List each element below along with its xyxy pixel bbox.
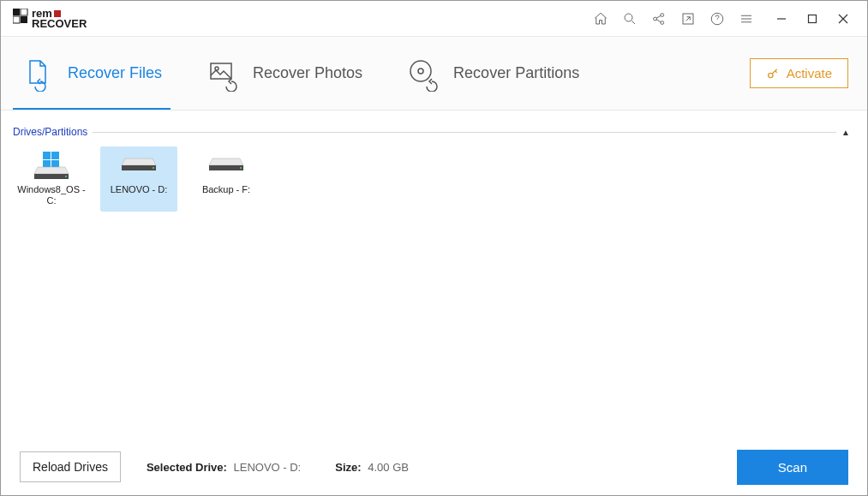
maximize-button[interactable] bbox=[797, 2, 828, 36]
svg-rect-17 bbox=[51, 152, 59, 159]
svg-rect-1 bbox=[21, 9, 27, 15]
activate-label: Activate bbox=[787, 66, 832, 81]
tab-label: Recover Partitions bbox=[453, 64, 579, 82]
logo-line2: RECOVER bbox=[32, 19, 87, 28]
drive-label: Backup - F: bbox=[202, 184, 250, 195]
svg-point-4 bbox=[625, 14, 632, 21]
key-icon bbox=[766, 67, 780, 81]
toolbar-icons bbox=[586, 2, 761, 36]
section-title: Drives/Partitions bbox=[13, 126, 87, 138]
app-logo: rem RECOVER bbox=[13, 9, 87, 29]
svg-point-22 bbox=[65, 176, 67, 177]
drive-item[interactable]: LENOVO - D: bbox=[100, 146, 177, 212]
content-area: Drives/Partitions ▲ Windows8_OS - C: LEN… bbox=[1, 111, 867, 439]
tab-recover-partitions[interactable]: Recover Partitions bbox=[405, 37, 579, 110]
svg-rect-16 bbox=[43, 152, 51, 159]
svg-rect-10 bbox=[809, 15, 817, 22]
svg-point-13 bbox=[410, 61, 431, 81]
tab-label: Recover Files bbox=[68, 64, 162, 82]
drive-item[interactable]: Backup - F: bbox=[188, 146, 265, 212]
svg-marker-20 bbox=[34, 167, 69, 174]
close-button[interactable] bbox=[828, 2, 859, 36]
search-icon[interactable] bbox=[615, 2, 644, 36]
reload-drives-button[interactable]: Reload Drives bbox=[20, 451, 121, 482]
window-controls bbox=[766, 2, 859, 36]
section-divider bbox=[93, 132, 836, 133]
svg-rect-18 bbox=[43, 160, 51, 168]
partition-recover-icon bbox=[405, 56, 441, 92]
drive-item[interactable]: Windows8_OS - C: bbox=[13, 146, 90, 212]
tab-label: Recover Photos bbox=[253, 64, 362, 82]
titlebar: rem RECOVER bbox=[1, 1, 867, 37]
drive-icon bbox=[206, 152, 247, 179]
drive-list: Windows8_OS - C: LENOVO - D: Backup - F: bbox=[13, 143, 855, 212]
activate-button[interactable]: Activate bbox=[750, 58, 848, 88]
drive-label: LENOVO - D: bbox=[111, 184, 168, 195]
size-value: 4.00 GB bbox=[368, 461, 409, 474]
svg-point-6 bbox=[661, 13, 664, 16]
drive-icon bbox=[31, 152, 72, 179]
svg-point-15 bbox=[768, 73, 772, 77]
svg-rect-19 bbox=[51, 160, 59, 168]
tabbar: Recover Files Recover Photos Recover Par… bbox=[1, 37, 867, 111]
selected-drive-value: LENOVO - D: bbox=[234, 461, 302, 474]
minimize-button[interactable] bbox=[766, 2, 797, 36]
file-recover-icon bbox=[20, 56, 56, 92]
svg-rect-0 bbox=[13, 9, 20, 15]
menu-icon[interactable] bbox=[732, 2, 761, 36]
tab-recover-files[interactable]: Recover Files bbox=[20, 37, 162, 110]
tab-recover-photos[interactable]: Recover Photos bbox=[205, 37, 362, 110]
svg-rect-24 bbox=[122, 165, 156, 170]
svg-point-25 bbox=[153, 167, 154, 169]
scan-button[interactable]: Scan bbox=[737, 450, 848, 485]
svg-point-7 bbox=[661, 21, 664, 24]
svg-point-14 bbox=[418, 69, 423, 74]
share-icon[interactable] bbox=[644, 2, 673, 36]
section-header: Drives/Partitions ▲ bbox=[13, 126, 855, 138]
svg-marker-26 bbox=[209, 158, 243, 165]
svg-rect-3 bbox=[21, 16, 27, 23]
svg-rect-21 bbox=[34, 174, 69, 179]
svg-point-5 bbox=[654, 17, 657, 21]
drive-label: Windows8_OS - C: bbox=[13, 184, 90, 206]
logo-square-icon bbox=[54, 10, 61, 17]
footer-info: Selected Drive: LENOVO - D: Size: 4.00 G… bbox=[147, 461, 409, 474]
home-icon[interactable] bbox=[586, 2, 615, 36]
svg-rect-2 bbox=[13, 16, 20, 23]
collapse-caret-icon[interactable]: ▲ bbox=[841, 128, 855, 137]
help-icon[interactable] bbox=[703, 2, 732, 36]
svg-marker-23 bbox=[122, 158, 156, 165]
size-label: Size: bbox=[335, 461, 361, 474]
drive-icon bbox=[118, 152, 159, 179]
svg-point-28 bbox=[240, 167, 242, 169]
export-icon[interactable] bbox=[673, 2, 703, 36]
svg-point-12 bbox=[215, 67, 218, 70]
photo-recover-icon bbox=[205, 56, 241, 92]
selected-drive-label: Selected Drive: bbox=[147, 461, 227, 474]
svg-rect-27 bbox=[209, 165, 243, 170]
footer: Reload Drives Selected Drive: LENOVO - D… bbox=[1, 439, 867, 495]
